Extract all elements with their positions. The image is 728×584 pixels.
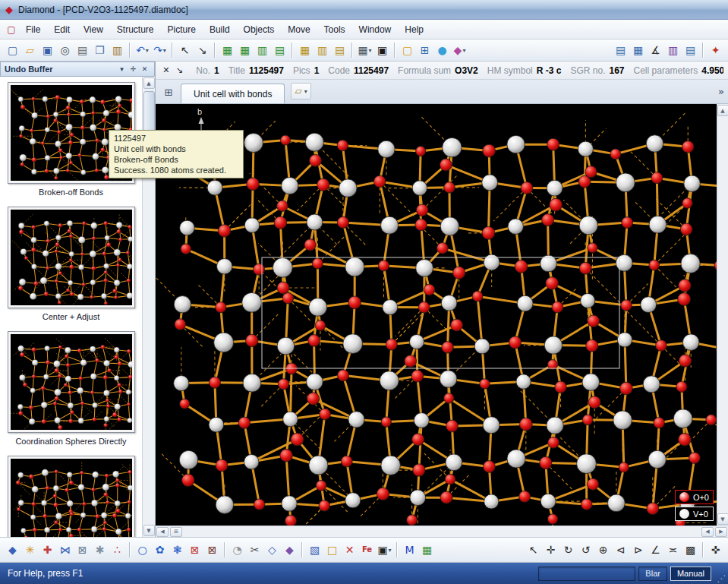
fill-cell-icon[interactable]: ⊠ (74, 541, 91, 558)
parameter-sheet-icon[interactable]: ▥ (314, 42, 331, 58)
save-icon[interactable]: ▣ (39, 42, 56, 58)
new-document-icon[interactable]: ▢ (4, 42, 21, 58)
close-icon[interactable]: ✕ (139, 64, 150, 74)
dropdown-arrow-icon[interactable]: ▾ (146, 47, 149, 54)
structure-grid-icon[interactable]: ▦▾ (356, 42, 373, 58)
destroy-icon[interactable]: ⊠ (186, 541, 203, 558)
measure-angle-icon[interactable]: ∠ (647, 541, 664, 558)
menu-edit[interactable]: Edit (47, 21, 77, 38)
menu-objects[interactable]: Objects (237, 21, 282, 38)
paste-icon[interactable]: ▥ (109, 42, 126, 58)
measure-icon[interactable]: M (401, 541, 418, 558)
perspective-icon[interactable]: ▩ (682, 541, 699, 558)
parameter-list-icon[interactable]: ▤ (331, 42, 348, 58)
table-view-icon[interactable]: ▦ (418, 541, 436, 558)
canvas-vscrollbar[interactable]: ▲ ▼ (717, 104, 728, 526)
zoom-in-icon[interactable]: ⊳ (629, 541, 647, 558)
data-list-icon[interactable]: ▤ (271, 42, 288, 58)
network-icon[interactable]: ❃ (169, 541, 186, 558)
powder-pattern-icon[interactable]: ▥ (664, 42, 682, 58)
dropdown-arrow-icon[interactable]: ▾ (369, 47, 372, 54)
menu-help[interactable]: Help (398, 21, 430, 38)
open-icon[interactable]: ▱ (21, 42, 39, 58)
new-picture-tab-button[interactable]: ▱ ▾ (291, 83, 310, 99)
undo-thumbnail[interactable] (8, 456, 135, 537)
close-structure-icon[interactable]: ✕ (160, 64, 172, 77)
picture-menu-icon[interactable]: ▣▾ (376, 541, 393, 558)
report-icon[interactable]: ▤ (612, 42, 629, 58)
menu-build[interactable]: Build (203, 21, 237, 38)
distances-table-icon[interactable]: ▦ (629, 42, 647, 58)
canvas-hscrollbar[interactable]: ◀ ⊞ ◀ ▶ (156, 526, 728, 537)
data-table-icon[interactable]: ▦ (219, 42, 236, 58)
polyhedra-filled-icon[interactable]: ◆ (281, 541, 298, 558)
tab-overflow-icon[interactable]: » (718, 86, 724, 97)
data-brief-icon[interactable]: ▦ (236, 42, 254, 58)
undo-thumbnail[interactable] (8, 331, 135, 433)
packing-icon[interactable]: ✱ (91, 541, 109, 558)
scroll-right-icon[interactable]: ▶ (715, 527, 727, 537)
sphere-view-icon[interactable]: ● (433, 42, 451, 58)
scroll-up-icon[interactable]: ▲ (143, 77, 155, 89)
connectivity-icon[interactable]: ∴ (109, 541, 126, 558)
viewing-direction-icon[interactable]: ≍ (664, 541, 682, 558)
render-mode-icon[interactable]: ◆▾ (451, 42, 468, 58)
cell-edges-icon[interactable]: □ (323, 541, 341, 558)
angles-icon[interactable]: ∡ (647, 42, 664, 58)
tile-views-icon[interactable]: ⊞ (161, 84, 176, 99)
menu-picture[interactable]: Picture (161, 21, 203, 38)
add-all-atoms-icon[interactable]: ✳ (21, 541, 39, 558)
polyhedra-icon[interactable]: ◇ (263, 541, 281, 558)
scroll-down-icon[interactable]: ▼ (717, 513, 728, 525)
status-cell-manual[interactable]: Manual (670, 567, 711, 581)
pin-icon[interactable]: ✛ (128, 64, 139, 74)
new-picture-icon[interactable]: ▢ (399, 42, 416, 58)
menu-move[interactable]: Move (281, 21, 317, 38)
pointer-icon[interactable]: ↖ (176, 42, 194, 58)
undo-buffer-item[interactable] (0, 456, 142, 537)
element-symbol-icon[interactable]: Fe (358, 541, 376, 558)
rotate-cw-icon[interactable]: ↻ (559, 541, 577, 558)
dropdown-arrow-icon[interactable]: ▾ (389, 547, 392, 554)
slab-icon[interactable]: ◔ (228, 541, 246, 558)
move-icon[interactable]: ✛ (542, 541, 559, 558)
rotate-ccw-icon[interactable]: ↺ (577, 541, 594, 558)
data-sheet-icon[interactable]: ▥ (254, 42, 271, 58)
destroy-all-icon[interactable]: ⊠ (203, 541, 221, 558)
picture-view-icon[interactable]: ▣ (373, 42, 391, 58)
coordination-sphere-icon[interactable]: ○ (134, 541, 151, 558)
options-icon[interactable]: ✦ (707, 42, 724, 58)
select-pointer-icon[interactable]: ↖ (525, 541, 542, 558)
print-icon[interactable]: ▤ (74, 42, 91, 58)
menu-tools[interactable]: Tools (317, 21, 352, 38)
scroll-left-icon[interactable]: ◀ (701, 527, 714, 537)
redo-icon[interactable]: ↷▾ (151, 42, 169, 58)
menu-window[interactable]: Window (352, 21, 399, 38)
chevron-down-icon[interactable]: ▾ (116, 64, 128, 74)
create-bonds-icon[interactable]: ⋈ (56, 541, 74, 558)
dropdown-arrow-icon[interactable]: ▾ (462, 47, 465, 54)
menu-view[interactable]: View (77, 21, 110, 38)
menu-file[interactable]: File (19, 21, 47, 38)
scroll-down-icon[interactable]: ▼ (143, 525, 155, 536)
undo-buffer-item[interactable]: Coordination Spheres Directly (0, 331, 142, 446)
goto-structure-icon[interactable]: ↘ (174, 64, 186, 77)
goto-target-icon[interactable]: ↘ (194, 42, 211, 58)
cell-box-icon[interactable]: ▧ (306, 541, 323, 558)
dropdown-arrow-icon[interactable]: ▾ (163, 47, 166, 54)
parameter-table-icon[interactable]: ▦ (296, 42, 314, 58)
scroll-up-icon[interactable]: ▲ (717, 105, 728, 116)
build-molecule-icon[interactable]: ◆ (4, 541, 21, 558)
zoom-out-icon[interactable]: ⊲ (612, 541, 629, 558)
rotate-xyz-icon[interactable]: ⊕ (594, 541, 612, 558)
copy-icon[interactable]: ❐ (91, 42, 109, 58)
split-view-icon[interactable]: ⊞ (416, 42, 433, 58)
tab-unit-cell-with-bonds[interactable]: Unit cell with bonds (181, 84, 285, 103)
find-icon[interactable]: ◎ (56, 42, 74, 58)
grid-toggle-icon[interactable]: ⊞ (170, 527, 182, 537)
broken-bonds-icon[interactable]: ✂ (246, 541, 263, 558)
remove-cell-icon[interactable]: ✕ (341, 541, 358, 558)
properties-icon[interactable]: ▤ (682, 42, 699, 58)
add-atom-icon[interactable]: ✚ (39, 541, 56, 558)
walk-icon[interactable]: ✜ (707, 541, 724, 558)
